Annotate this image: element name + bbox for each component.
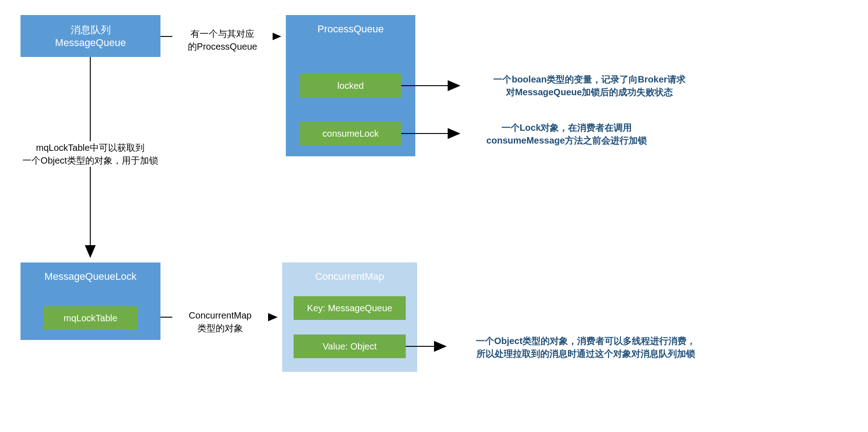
arrow-consumelock-to-note [401, 133, 465, 134]
edge-label-has-processqueue-l1: 有一个与其对应 [191, 29, 254, 39]
arrow-locked-to-note [401, 85, 465, 87]
note-valueobject-l2: 所以处理拉取到的消息时通过这个对象对消息队列加锁 [476, 349, 695, 359]
edge-label-mqlocktable-l1: mqLockTable中可以获取到 [36, 143, 145, 153]
edge-label-has-processqueue: 有一个与其对应 的ProcessQueue [172, 27, 273, 53]
edge-label-concurrentmap-l2: 类型的对象 [197, 323, 243, 333]
mqlocktable-label: mqLockTable [64, 313, 118, 324]
message-queue-title-2: MessageQueue [55, 37, 126, 49]
note-valueobject-l1: 一个Object类型的对象，消费者可以多线程进行消费， [476, 336, 696, 346]
message-queue-title-1: 消息队列 [71, 23, 111, 37]
concurrent-map-value-label: Value: Object [323, 341, 377, 352]
locked-label: locked [337, 81, 364, 91]
note-consumelock-l2: consumeMessage方法之前会进行加锁 [486, 135, 647, 145]
edge-label-has-processqueue-l2: 的ProcessQueue [188, 41, 257, 51]
concurrent-map-title: ConcurrentMap [315, 271, 384, 283]
arrow-valueobject-to-note [406, 345, 451, 347]
concurrent-map-key-label: Key: MessageQueue [307, 303, 393, 314]
message-queue-lock-title: MessageQueueLock [45, 271, 137, 283]
edge-label-mqlocktable: mqLockTable中可以获取到 一个Object类型的对象，用于加锁 [13, 141, 168, 167]
message-queue-box: 消息队列 MessageQueue [21, 15, 160, 57]
consumelock-label: consumeLock [322, 129, 378, 139]
note-valueobject: 一个Object类型的对象，消费者可以多线程进行消费， 所以处理拉取到的消息时通… [458, 334, 713, 360]
note-consumelock-l1: 一个Lock对象，在消费者在调用 [501, 123, 632, 133]
edge-label-mqlocktable-l2: 一个Object类型的对象，用于加锁 [22, 155, 158, 165]
note-locked-l2: 对MessageQueue加锁后的成功失败状态 [506, 87, 673, 97]
concurrent-map-key-field: Key: MessageQueue [294, 296, 406, 320]
edge-label-concurrentmap: ConcurrentMap 类型的对象 [172, 309, 268, 334]
process-queue-title: ProcessQueue [317, 23, 384, 35]
note-consumelock: 一个Lock对象，在消费者在调用 consumeMessage方法之前会进行加锁 [471, 121, 662, 147]
edge-label-concurrentmap-l1: ConcurrentMap [189, 310, 252, 320]
concurrent-map-value-field: Value: Object [294, 334, 406, 358]
note-locked-l1: 一个boolean类型的变量，记录了向Broker请求 [493, 74, 685, 84]
process-queue-locked-field: locked [300, 74, 401, 98]
mqlocktable-field: mqLockTable [44, 306, 137, 330]
note-locked: 一个boolean类型的变量，记录了向Broker请求 对MessageQueu… [471, 73, 708, 98]
process-queue-consumelock-field: consumeLock [300, 122, 401, 145]
